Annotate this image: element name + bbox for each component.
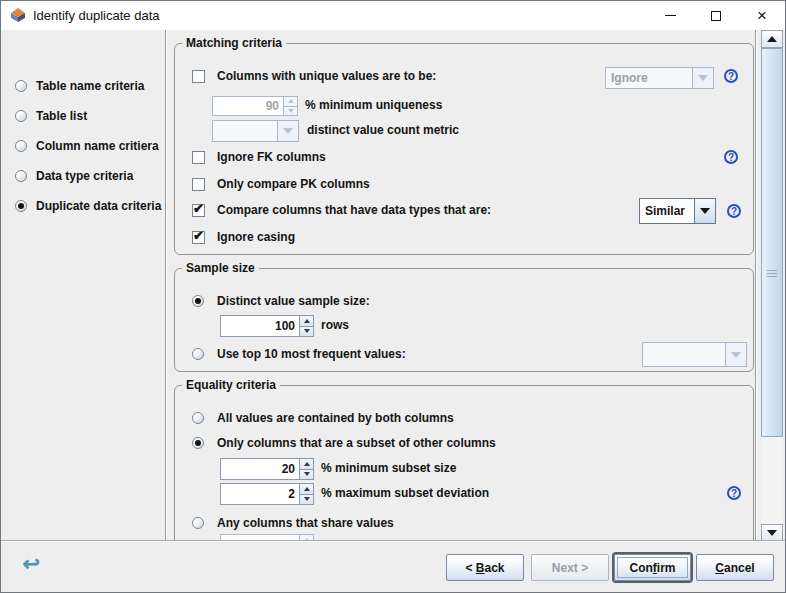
sidebar-item-data-type-criteria[interactable]: Data type criteria [15, 168, 133, 183]
triangle-down-icon [304, 497, 310, 501]
confirm-button[interactable]: Confirm [614, 554, 691, 581]
equality-criteria-group: Equality criteria All values are contain… [174, 385, 754, 540]
top-values-combo [642, 342, 747, 367]
spinner-value[interactable]: 20 [220, 458, 300, 480]
min-subset-spinner[interactable]: 20 [220, 458, 314, 480]
radio-top-values-label: Use top 10 most frequent values: [217, 347, 406, 362]
footer-bar: ↩ < Back Next > Confirm Cancel [1, 540, 785, 592]
rows-label: rows [321, 318, 349, 333]
combo-arrow-button [277, 121, 298, 141]
minimize-icon [665, 15, 676, 16]
rows-spinner[interactable]: 100 [220, 315, 314, 337]
sidebar-item-label: Table name criteria [36, 79, 145, 93]
spinner-up-button[interactable] [300, 483, 314, 495]
spinner-value[interactable]: 2 [220, 483, 300, 505]
window-title: Identify duplicate data [33, 1, 159, 30]
triangle-up-icon [304, 462, 310, 466]
radio-selected-icon [15, 200, 27, 212]
group-title: Sample size [182, 261, 259, 275]
triangle-up-icon [304, 319, 310, 323]
combo-value: Ignore [606, 68, 692, 88]
scroll-up-button[interactable] [761, 30, 783, 48]
sidebar-item-column-name-criteria[interactable]: Column name critiera [15, 138, 159, 153]
min-uniqueness-label: % minimum uniqueness [305, 98, 442, 113]
checkbox-ignore-casing-label: Ignore casing [217, 230, 295, 245]
vertical-scrollbar[interactable] [761, 30, 783, 540]
scroll-down-button[interactable] [761, 524, 783, 540]
checkbox-unique-values-label: Columns with unique values are to be: [217, 69, 436, 84]
button-label: ack [484, 561, 504, 575]
help-icon[interactable]: ? [724, 150, 738, 164]
radio-all-values[interactable] [192, 412, 204, 424]
combo-value [213, 121, 277, 141]
radio-share-values-label: Any columns that share values [217, 516, 394, 531]
identify-duplicate-data-dialog: Identify duplicate data × Table name cri… [0, 0, 786, 593]
maximize-icon [711, 11, 721, 21]
compare-types-combo[interactable]: Similar [639, 198, 716, 224]
checkbox-ignore-fk[interactable] [192, 151, 205, 164]
combo-arrow-button [725, 343, 746, 366]
sidebar-item-label: Duplicate data criteria [36, 199, 161, 213]
radio-icon [15, 110, 27, 122]
checkbox-ignore-casing[interactable]: ✔ [192, 231, 205, 244]
sidebar-item-duplicate-data-criteria[interactable]: Duplicate data criteria [15, 198, 161, 213]
checkbox-only-pk-label: Only compare PK columns [217, 177, 370, 192]
next-button: Next > [531, 554, 609, 581]
radio-distinct-sample-label: Distinct value sample size: [217, 294, 370, 309]
checkbox-ignore-fk-label: Ignore FK columns [217, 150, 326, 165]
sidebar-item-table-list[interactable]: Table list [15, 108, 87, 123]
checkbox-only-pk[interactable] [192, 178, 205, 191]
help-icon[interactable]: ? [727, 486, 741, 500]
triangle-down-icon [288, 109, 294, 113]
radio-distinct-sample[interactable] [192, 295, 204, 307]
minimize-button[interactable] [647, 1, 693, 30]
radio-subset[interactable] [192, 437, 204, 449]
button-label: Con [629, 561, 652, 575]
cancel-button[interactable]: Cancel [696, 554, 774, 581]
combo-arrow-button [692, 68, 713, 88]
undo-icon: ↩ [22, 552, 40, 576]
radio-icon [15, 80, 27, 92]
triangle-down-icon [304, 472, 310, 476]
min-uniqueness-spinner: 90 [212, 96, 298, 116]
group-title: Equality criteria [182, 378, 280, 392]
button-label: Next > [552, 561, 588, 575]
spinner-down-button[interactable] [300, 327, 314, 338]
check-icon: ✔ [193, 228, 204, 243]
back-button[interactable]: < Back [446, 554, 524, 581]
chevron-down-icon [700, 208, 710, 214]
sidebar-separator [165, 30, 167, 540]
app-icon [9, 6, 27, 24]
min-subset-label: % minimum subset size [321, 461, 456, 476]
sidebar-item-label: Data type criteria [36, 169, 133, 183]
combo-value [643, 343, 725, 366]
radio-top-values[interactable] [192, 348, 204, 360]
checkbox-compare-types[interactable]: ✔ [192, 204, 205, 217]
triangle-up-icon [304, 487, 310, 491]
scrollbar-thumb[interactable] [761, 48, 783, 437]
sidebar-item-label: Column name critiera [36, 139, 159, 153]
spinner-up-button[interactable] [300, 315, 314, 327]
reset-button[interactable]: ↩ [17, 550, 45, 578]
sidebar-item-table-name-criteria[interactable]: Table name criteria [15, 78, 145, 93]
button-mnemonic: C [715, 561, 724, 575]
spinner-up-button [284, 96, 298, 107]
chevron-down-icon [731, 352, 741, 358]
button-label: < [465, 561, 475, 575]
combo-arrow-button[interactable] [694, 199, 715, 223]
triangle-up-icon [288, 99, 294, 103]
button-mnemonic: B [476, 561, 485, 575]
radio-share-values[interactable] [192, 517, 204, 529]
max-deviation-spinner[interactable]: 2 [220, 483, 314, 505]
spinner-down-button[interactable] [300, 470, 314, 481]
maximize-button[interactable] [693, 1, 739, 30]
checkbox-unique-values[interactable] [192, 70, 205, 83]
spinner-value[interactable]: 100 [220, 315, 300, 337]
spinner-up-button[interactable] [300, 458, 314, 470]
radio-subset-label: Only columns that are a subset of other … [217, 436, 496, 451]
spinner-down-button[interactable] [300, 495, 314, 506]
dialog-body: Table name criteria Table list Column na… [1, 30, 785, 540]
close-button[interactable]: × [739, 1, 785, 30]
help-icon[interactable]: ? [724, 69, 738, 83]
help-icon[interactable]: ? [727, 204, 741, 218]
